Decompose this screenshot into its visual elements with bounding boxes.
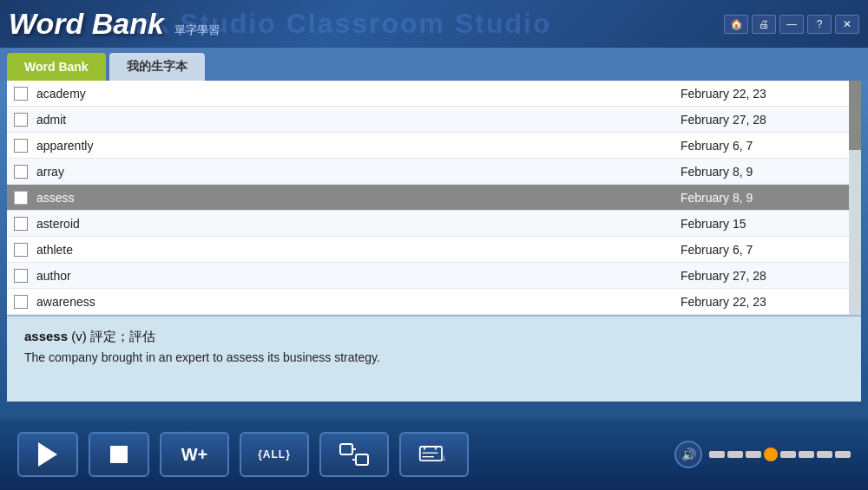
- row-checkbox[interactable]: [14, 295, 28, 309]
- row-checkbox[interactable]: [14, 269, 28, 283]
- stop-icon: [110, 446, 128, 463]
- window-controls: 🏠 🖨 — ? ✕: [724, 15, 859, 34]
- word-text: awareness: [36, 295, 681, 309]
- row-checkbox[interactable]: [14, 191, 28, 205]
- svg-rect-1: [356, 454, 368, 465]
- header-title-block: Word Bank 單字學習: [9, 7, 220, 41]
- all-button[interactable]: {ALL}: [240, 432, 309, 477]
- close-button[interactable]: ✕: [835, 15, 859, 34]
- definition-word-line: assess (v) 評定；評估: [24, 329, 844, 345]
- word-date: February 22, 23: [681, 87, 854, 101]
- word-text: array: [36, 165, 681, 179]
- word-list-scroll[interactable]: academy February 22, 23 admit February 2…: [7, 81, 861, 315]
- list-item[interactable]: array February 8, 9: [7, 159, 861, 185]
- word-text: academy: [36, 87, 681, 101]
- row-checkbox[interactable]: [14, 165, 28, 179]
- def-chinese: 評定；評估: [90, 329, 155, 343]
- word-date: February 27, 28: [681, 269, 854, 283]
- svg-rect-4: [420, 447, 442, 461]
- word-text: assess: [36, 191, 681, 205]
- row-checkbox[interactable]: [14, 243, 28, 257]
- minimize-button[interactable]: —: [779, 15, 804, 34]
- vol-bar-7: [835, 451, 851, 458]
- def-word-name: assess: [24, 329, 68, 343]
- volume-bar-container: [709, 448, 851, 461]
- list-item[interactable]: admit February 27, 28: [7, 107, 861, 133]
- word-text: asteroid: [36, 217, 681, 231]
- word-plus-label: W+: [181, 445, 208, 465]
- definition-sentence: The company brought in an expert to asse…: [24, 350, 844, 364]
- list-item[interactable]: apparently February 6, 7: [7, 133, 861, 159]
- tab-my-word-book-label: 我的生字本: [127, 59, 187, 75]
- def-pos: (v): [71, 329, 87, 343]
- list-item[interactable]: awareness February 22, 23: [7, 289, 861, 315]
- scrollbar-thumb[interactable]: [849, 81, 861, 150]
- word-date: February 8, 9: [681, 191, 854, 205]
- word-date: February 15: [681, 217, 854, 231]
- list-item[interactable]: asteroid February 15: [7, 211, 861, 237]
- main-container: academy February 22, 23 admit February 2…: [0, 81, 868, 473]
- scrollbar-track[interactable]: [849, 81, 861, 315]
- shuffle-button[interactable]: [319, 432, 389, 477]
- word-plus-button[interactable]: W+: [160, 432, 229, 477]
- word-text: apparently: [36, 139, 681, 153]
- volume-speaker-icon: 🔊: [681, 448, 696, 461]
- word-list-container: academy February 22, 23 admit February 2…: [7, 81, 861, 315]
- word-text: author: [36, 269, 681, 283]
- vol-bar-5: [799, 451, 814, 458]
- row-checkbox[interactable]: [14, 113, 28, 127]
- svg-rect-0: [340, 444, 352, 454]
- word-date: February 8, 9: [681, 165, 854, 179]
- content-area: academy February 22, 23 admit February 2…: [7, 81, 861, 402]
- vol-bar-6: [817, 451, 832, 458]
- app-header: Word Bank Studio Classroom Studio Word B…: [0, 0, 868, 48]
- bottom-bar: W+ {ALL} ↓ 🔊: [0, 419, 868, 490]
- vol-bar-4: [780, 451, 796, 458]
- svg-text:↓: ↓: [442, 452, 446, 462]
- word-date: February 22, 23: [681, 295, 854, 309]
- tab-word-bank-label: Word Bank: [24, 60, 89, 74]
- definition-area: assess (v) 評定；評估 The company brought in …: [7, 315, 861, 402]
- app-title: Word Bank: [9, 7, 164, 41]
- volume-control: 🔊: [674, 441, 851, 468]
- word-text: athlete: [36, 243, 681, 257]
- word-date: February 6, 7: [681, 243, 854, 257]
- play-icon: [38, 442, 57, 467]
- date-sort-button[interactable]: ↓: [399, 432, 469, 477]
- print-button[interactable]: 🖨: [752, 15, 776, 34]
- row-checkbox[interactable]: [14, 87, 28, 101]
- date-sort-icon: ↓: [418, 445, 450, 464]
- list-item[interactable]: athlete February 6, 7: [7, 237, 861, 263]
- tab-my-word-book[interactable]: 我的生字本: [109, 53, 205, 81]
- all-label: {ALL}: [258, 448, 291, 461]
- app-subtitle: 單字學習: [174, 23, 220, 38]
- help-button[interactable]: ?: [807, 15, 832, 34]
- volume-knob[interactable]: [764, 448, 778, 461]
- word-date: February 27, 28: [681, 113, 854, 127]
- word-text: admit: [36, 113, 681, 127]
- date-sort-content: ↓: [418, 445, 450, 464]
- vol-bar-1: [709, 451, 725, 458]
- row-checkbox[interactable]: [14, 217, 28, 231]
- vol-bar-3: [746, 451, 761, 458]
- row-checkbox[interactable]: [14, 139, 28, 153]
- shuffle-icon: [339, 442, 370, 467]
- home-button[interactable]: 🏠: [724, 15, 748, 34]
- list-item[interactable]: academy February 22, 23: [7, 81, 861, 107]
- vol-bar-2: [727, 451, 743, 458]
- word-date: February 6, 7: [681, 139, 854, 153]
- tab-word-bank[interactable]: Word Bank: [7, 53, 106, 81]
- tabs-bar: Word Bank 我的生字本: [0, 48, 868, 81]
- list-item-selected[interactable]: assess February 8, 9: [7, 185, 861, 211]
- list-item[interactable]: author February 27, 28: [7, 263, 861, 289]
- volume-icon[interactable]: 🔊: [674, 441, 702, 468]
- play-button[interactable]: [17, 432, 78, 477]
- stop-button[interactable]: [89, 432, 149, 477]
